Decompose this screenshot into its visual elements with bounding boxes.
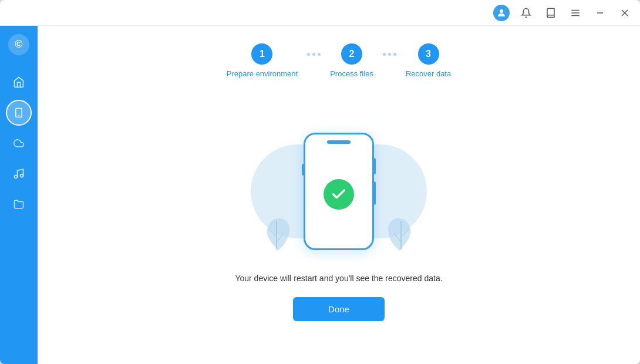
step-3: 3 Recover data [406, 43, 451, 78]
sidebar-item-cloud[interactable] [6, 130, 32, 156]
step-1: 1 Prepare environment [227, 43, 298, 78]
step-dots-1 [307, 53, 321, 56]
phone-device [304, 133, 374, 250]
dot [393, 53, 396, 56]
svg-point-11 [15, 176, 18, 178]
step-2-label: Process files [330, 69, 373, 78]
dot [383, 53, 386, 56]
success-check-circle [324, 179, 354, 210]
main-layout: © [0, 26, 640, 364]
sidebar: © [0, 26, 38, 364]
sidebar-item-folder[interactable] [6, 191, 32, 217]
dot [307, 53, 310, 56]
title-bar-icons [493, 5, 633, 21]
step-1-circle: 1 [251, 43, 272, 65]
step-dots-2 [383, 53, 396, 56]
step-3-label: Recover data [406, 69, 451, 78]
step-2-circle: 2 [341, 43, 362, 65]
step-3-circle: 3 [418, 43, 439, 65]
phone-illustration [239, 121, 439, 262]
phone-button-right-bottom [373, 181, 376, 205]
step-2: 2 Process files [330, 43, 373, 78]
app-window: © [0, 0, 640, 364]
sidebar-item-music[interactable] [6, 161, 32, 187]
dot [312, 53, 315, 56]
phone-notch [327, 140, 351, 144]
menu-icon[interactable] [567, 5, 584, 21]
close-icon[interactable] [617, 5, 633, 21]
content-area: 1 Prepare environment 2 Process files [38, 26, 640, 364]
message-text: Your device will restart and you'll see … [235, 274, 442, 283]
step-1-number: 1 [260, 49, 265, 59]
step-1-label: Prepare environment [227, 69, 298, 78]
svg-point-0 [500, 9, 503, 13]
step-2-number: 2 [349, 49, 355, 59]
app-logo[interactable]: © [6, 32, 32, 58]
leaf-right-decoration [385, 213, 417, 256]
title-bar [0, 0, 640, 26]
bell-icon[interactable] [518, 5, 534, 21]
sidebar-item-device[interactable] [6, 100, 32, 126]
illustration: Your device will restart and you'll see … [61, 96, 617, 346]
svg-text:©: © [15, 38, 22, 50]
leaf-left-decoration [260, 213, 292, 256]
phone-button-right-top [373, 158, 376, 174]
minimize-icon[interactable] [592, 5, 608, 21]
sidebar-item-home[interactable] [6, 69, 32, 95]
done-button[interactable]: Done [293, 297, 385, 321]
svg-point-12 [21, 174, 23, 177]
dot [388, 53, 391, 56]
step-3-number: 3 [426, 49, 431, 59]
book-icon[interactable] [543, 5, 559, 21]
avatar-icon[interactable] [493, 5, 510, 21]
phone-button-left [302, 164, 305, 176]
dot [318, 53, 321, 56]
steps-indicator: 1 Prepare environment 2 Process files [61, 43, 617, 78]
